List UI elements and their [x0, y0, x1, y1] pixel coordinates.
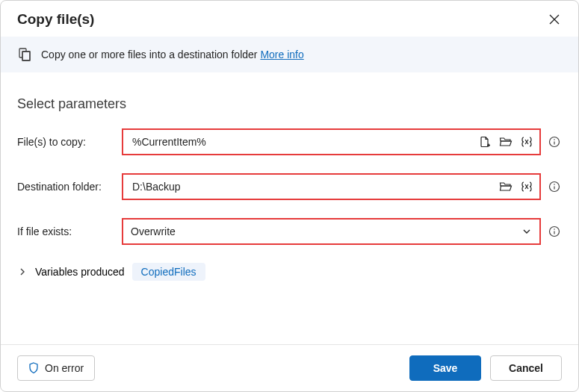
save-label: Save [433, 362, 458, 374]
dropdown-toggle[interactable] [518, 223, 535, 240]
field-wrap-dest [122, 173, 562, 200]
banner-text: Copy one or more files into a destinatio… [41, 49, 260, 60]
cancel-button[interactable]: Cancel [490, 355, 562, 381]
destination-field[interactable] [122, 173, 541, 200]
info-icon [548, 136, 560, 148]
field-wrap-exists: Overwrite [122, 218, 562, 245]
chevron-down-icon [521, 226, 532, 237]
label-files-to-copy: File(s) to copy: [17, 136, 122, 148]
cancel-label: Cancel [509, 362, 543, 374]
footer-right-buttons: Save Cancel [409, 355, 562, 381]
info-button-exists[interactable] [547, 224, 562, 239]
row-files-to-copy: File(s) to copy: [17, 128, 562, 155]
copy-files-icon [17, 47, 32, 62]
browse-folder-button[interactable] [498, 134, 514, 150]
label-destination: Destination folder: [17, 181, 122, 193]
svg-point-7 [554, 228, 555, 230]
dialog-footer: On error Save Cancel [1, 344, 578, 391]
files-to-copy-input[interactable] [131, 135, 477, 149]
svg-point-5 [554, 184, 555, 185]
variables-expand-toggle[interactable] [17, 267, 28, 277]
info-icon [548, 181, 560, 193]
svg-point-3 [554, 139, 555, 140]
variable-icon [520, 136, 533, 148]
chevron-right-icon [18, 267, 27, 276]
variables-produced-row: Variables produced CopiedFiles [17, 263, 562, 281]
section-title: Select parameters [17, 96, 562, 112]
banner-text-wrap: Copy one or more files into a destinatio… [41, 49, 304, 60]
more-info-link[interactable]: More info [260, 49, 303, 60]
dialog-header: Copy file(s) [1, 1, 578, 37]
folder-open-icon [499, 136, 513, 148]
info-icon [548, 225, 560, 237]
close-button[interactable] [547, 12, 562, 27]
browse-folder-button-dest[interactable] [498, 178, 514, 195]
select-file-button[interactable] [477, 134, 493, 150]
info-button-files[interactable] [547, 134, 562, 149]
row-if-exists: If file exists: Overwrite [17, 218, 562, 245]
save-button[interactable]: Save [409, 355, 481, 381]
folder-open-icon [499, 181, 513, 193]
close-icon [549, 14, 560, 25]
on-error-label: On error [45, 362, 84, 374]
variable-chip-copiedfiles[interactable]: CopiedFiles [132, 263, 205, 281]
field-wrap-files [122, 128, 562, 155]
shield-icon [28, 362, 39, 374]
dialog-content: Select parameters File(s) to copy: [1, 72, 578, 344]
variable-icon [520, 181, 533, 193]
dialog-title: Copy file(s) [17, 11, 94, 28]
variables-label: Variables produced [35, 266, 125, 278]
files-to-copy-field[interactable] [122, 128, 541, 155]
row-destination: Destination folder: [17, 173, 562, 200]
label-if-exists: If file exists: [17, 225, 122, 237]
if-exists-select[interactable]: Overwrite [122, 218, 541, 245]
info-banner: Copy one or more files into a destinatio… [1, 37, 578, 72]
info-button-dest[interactable] [547, 179, 562, 194]
if-exists-value: Overwrite [131, 225, 518, 237]
copy-files-dialog: Copy file(s) Copy one or more files into… [0, 0, 579, 392]
variable-picker-button-dest[interactable] [518, 178, 535, 195]
variable-picker-button[interactable] [518, 134, 535, 150]
on-error-button[interactable]: On error [17, 355, 95, 381]
file-add-icon [479, 136, 491, 148]
destination-input[interactable] [131, 180, 498, 193]
